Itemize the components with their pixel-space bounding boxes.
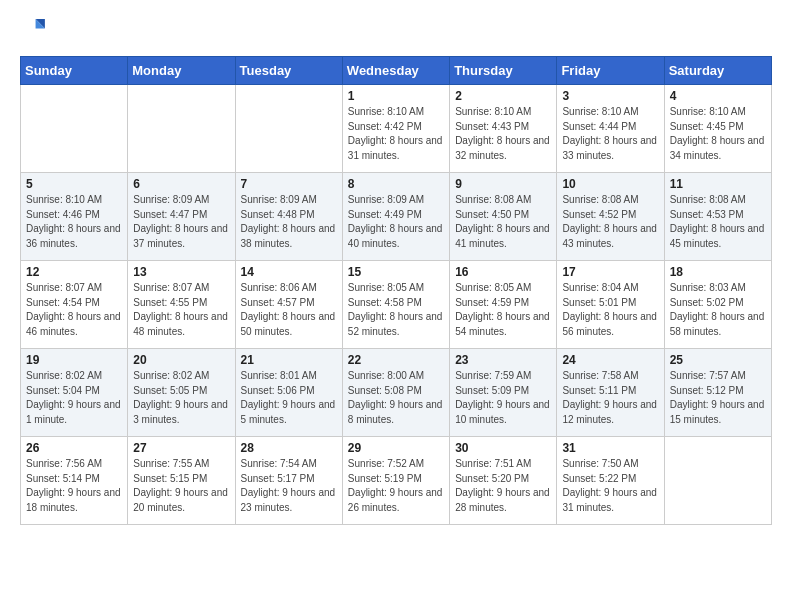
calendar-cell [128, 85, 235, 173]
calendar-cell: 31Sunrise: 7:50 AM Sunset: 5:22 PM Dayli… [557, 437, 664, 525]
day-header-monday: Monday [128, 57, 235, 85]
calendar-cell: 12Sunrise: 8:07 AM Sunset: 4:54 PM Dayli… [21, 261, 128, 349]
calendar-cell [21, 85, 128, 173]
calendar-cell: 28Sunrise: 7:54 AM Sunset: 5:17 PM Dayli… [235, 437, 342, 525]
day-info: Sunrise: 7:55 AM Sunset: 5:15 PM Dayligh… [133, 457, 229, 515]
day-number: 22 [348, 353, 444, 367]
calendar-cell: 1Sunrise: 8:10 AM Sunset: 4:42 PM Daylig… [342, 85, 449, 173]
day-info: Sunrise: 8:08 AM Sunset: 4:52 PM Dayligh… [562, 193, 658, 251]
calendar-cell: 4Sunrise: 8:10 AM Sunset: 4:45 PM Daylig… [664, 85, 771, 173]
day-header-saturday: Saturday [664, 57, 771, 85]
calendar-cell: 27Sunrise: 7:55 AM Sunset: 5:15 PM Dayli… [128, 437, 235, 525]
day-number: 15 [348, 265, 444, 279]
day-number: 10 [562, 177, 658, 191]
calendar-cell: 25Sunrise: 7:57 AM Sunset: 5:12 PM Dayli… [664, 349, 771, 437]
calendar-cell: 26Sunrise: 7:56 AM Sunset: 5:14 PM Dayli… [21, 437, 128, 525]
day-number: 23 [455, 353, 551, 367]
calendar-cell: 19Sunrise: 8:02 AM Sunset: 5:04 PM Dayli… [21, 349, 128, 437]
day-number: 6 [133, 177, 229, 191]
calendar-cell: 10Sunrise: 8:08 AM Sunset: 4:52 PM Dayli… [557, 173, 664, 261]
day-number: 1 [348, 89, 444, 103]
calendar-week-1: 1Sunrise: 8:10 AM Sunset: 4:42 PM Daylig… [21, 85, 772, 173]
day-info: Sunrise: 7:54 AM Sunset: 5:17 PM Dayligh… [241, 457, 337, 515]
calendar-cell [235, 85, 342, 173]
day-number: 16 [455, 265, 551, 279]
calendar-cell: 6Sunrise: 8:09 AM Sunset: 4:47 PM Daylig… [128, 173, 235, 261]
day-number: 14 [241, 265, 337, 279]
calendar-cell: 30Sunrise: 7:51 AM Sunset: 5:20 PM Dayli… [450, 437, 557, 525]
day-number: 2 [455, 89, 551, 103]
day-info: Sunrise: 8:08 AM Sunset: 4:50 PM Dayligh… [455, 193, 551, 251]
day-header-tuesday: Tuesday [235, 57, 342, 85]
calendar-cell: 13Sunrise: 8:07 AM Sunset: 4:55 PM Dayli… [128, 261, 235, 349]
day-number: 18 [670, 265, 766, 279]
calendar-cell: 29Sunrise: 7:52 AM Sunset: 5:19 PM Dayli… [342, 437, 449, 525]
calendar: SundayMondayTuesdayWednesdayThursdayFrid… [20, 56, 772, 525]
day-info: Sunrise: 7:59 AM Sunset: 5:09 PM Dayligh… [455, 369, 551, 427]
calendar-cell: 11Sunrise: 8:08 AM Sunset: 4:53 PM Dayli… [664, 173, 771, 261]
day-info: Sunrise: 8:10 AM Sunset: 4:43 PM Dayligh… [455, 105, 551, 163]
calendar-cell: 15Sunrise: 8:05 AM Sunset: 4:58 PM Dayli… [342, 261, 449, 349]
calendar-cell: 17Sunrise: 8:04 AM Sunset: 5:01 PM Dayli… [557, 261, 664, 349]
day-number: 17 [562, 265, 658, 279]
day-number: 13 [133, 265, 229, 279]
day-info: Sunrise: 7:51 AM Sunset: 5:20 PM Dayligh… [455, 457, 551, 515]
day-number: 4 [670, 89, 766, 103]
calendar-cell: 24Sunrise: 7:58 AM Sunset: 5:11 PM Dayli… [557, 349, 664, 437]
day-info: Sunrise: 8:00 AM Sunset: 5:08 PM Dayligh… [348, 369, 444, 427]
day-number: 12 [26, 265, 122, 279]
logo-icon [20, 16, 48, 44]
page: SundayMondayTuesdayWednesdayThursdayFrid… [0, 0, 792, 541]
day-number: 7 [241, 177, 337, 191]
day-info: Sunrise: 7:50 AM Sunset: 5:22 PM Dayligh… [562, 457, 658, 515]
day-number: 8 [348, 177, 444, 191]
calendar-week-3: 12Sunrise: 8:07 AM Sunset: 4:54 PM Dayli… [21, 261, 772, 349]
day-number: 31 [562, 441, 658, 455]
logo [20, 16, 52, 44]
day-info: Sunrise: 8:04 AM Sunset: 5:01 PM Dayligh… [562, 281, 658, 339]
day-info: Sunrise: 8:10 AM Sunset: 4:46 PM Dayligh… [26, 193, 122, 251]
day-info: Sunrise: 8:07 AM Sunset: 4:55 PM Dayligh… [133, 281, 229, 339]
day-header-thursday: Thursday [450, 57, 557, 85]
day-info: Sunrise: 8:08 AM Sunset: 4:53 PM Dayligh… [670, 193, 766, 251]
calendar-cell: 22Sunrise: 8:00 AM Sunset: 5:08 PM Dayli… [342, 349, 449, 437]
day-info: Sunrise: 8:01 AM Sunset: 5:06 PM Dayligh… [241, 369, 337, 427]
calendar-cell: 5Sunrise: 8:10 AM Sunset: 4:46 PM Daylig… [21, 173, 128, 261]
day-number: 19 [26, 353, 122, 367]
day-info: Sunrise: 8:09 AM Sunset: 4:48 PM Dayligh… [241, 193, 337, 251]
day-header-friday: Friday [557, 57, 664, 85]
day-number: 24 [562, 353, 658, 367]
calendar-week-5: 26Sunrise: 7:56 AM Sunset: 5:14 PM Dayli… [21, 437, 772, 525]
day-info: Sunrise: 8:10 AM Sunset: 4:44 PM Dayligh… [562, 105, 658, 163]
day-info: Sunrise: 7:58 AM Sunset: 5:11 PM Dayligh… [562, 369, 658, 427]
calendar-cell: 2Sunrise: 8:10 AM Sunset: 4:43 PM Daylig… [450, 85, 557, 173]
calendar-week-4: 19Sunrise: 8:02 AM Sunset: 5:04 PM Dayli… [21, 349, 772, 437]
calendar-cell: 8Sunrise: 8:09 AM Sunset: 4:49 PM Daylig… [342, 173, 449, 261]
day-info: Sunrise: 8:06 AM Sunset: 4:57 PM Dayligh… [241, 281, 337, 339]
calendar-cell: 9Sunrise: 8:08 AM Sunset: 4:50 PM Daylig… [450, 173, 557, 261]
day-number: 28 [241, 441, 337, 455]
day-info: Sunrise: 8:10 AM Sunset: 4:42 PM Dayligh… [348, 105, 444, 163]
day-number: 26 [26, 441, 122, 455]
header [20, 16, 772, 44]
day-number: 5 [26, 177, 122, 191]
calendar-cell: 14Sunrise: 8:06 AM Sunset: 4:57 PM Dayli… [235, 261, 342, 349]
day-info: Sunrise: 8:10 AM Sunset: 4:45 PM Dayligh… [670, 105, 766, 163]
day-info: Sunrise: 7:57 AM Sunset: 5:12 PM Dayligh… [670, 369, 766, 427]
day-info: Sunrise: 7:52 AM Sunset: 5:19 PM Dayligh… [348, 457, 444, 515]
day-number: 30 [455, 441, 551, 455]
calendar-header-row: SundayMondayTuesdayWednesdayThursdayFrid… [21, 57, 772, 85]
day-header-sunday: Sunday [21, 57, 128, 85]
calendar-cell: 18Sunrise: 8:03 AM Sunset: 5:02 PM Dayli… [664, 261, 771, 349]
day-info: Sunrise: 8:09 AM Sunset: 4:47 PM Dayligh… [133, 193, 229, 251]
day-info: Sunrise: 8:09 AM Sunset: 4:49 PM Dayligh… [348, 193, 444, 251]
day-number: 9 [455, 177, 551, 191]
day-number: 27 [133, 441, 229, 455]
day-info: Sunrise: 8:02 AM Sunset: 5:05 PM Dayligh… [133, 369, 229, 427]
day-info: Sunrise: 8:05 AM Sunset: 4:59 PM Dayligh… [455, 281, 551, 339]
calendar-cell [664, 437, 771, 525]
day-header-wednesday: Wednesday [342, 57, 449, 85]
day-info: Sunrise: 8:03 AM Sunset: 5:02 PM Dayligh… [670, 281, 766, 339]
calendar-cell: 20Sunrise: 8:02 AM Sunset: 5:05 PM Dayli… [128, 349, 235, 437]
day-info: Sunrise: 8:05 AM Sunset: 4:58 PM Dayligh… [348, 281, 444, 339]
